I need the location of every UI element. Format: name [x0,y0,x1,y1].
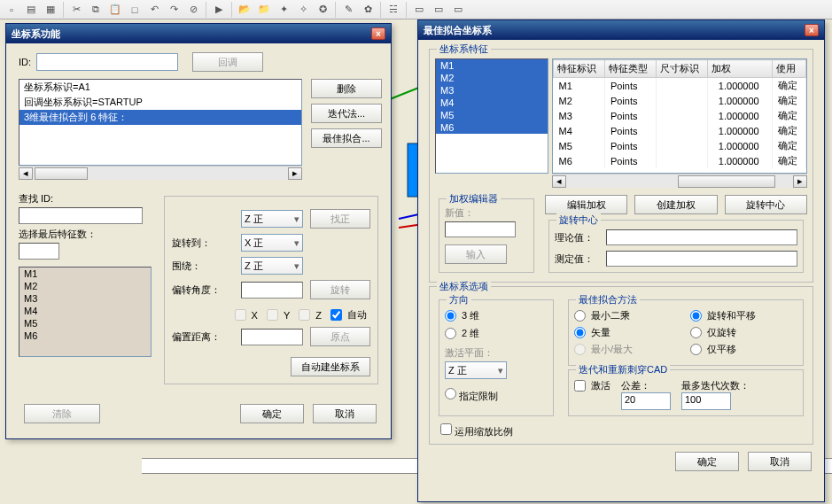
tb-t1-icon[interactable]: ✦ [275,2,292,18]
titlebar[interactable]: 最佳拟合坐标系 × [418,20,824,40]
col-featid[interactable]: 特征标识 [554,60,605,78]
origin-button[interactable]: 原点 [310,327,370,346]
cb-y[interactable]: Y [267,309,290,321]
list-item[interactable]: M6 [436,121,548,134]
axis1-select[interactable]: Z 正 [241,210,303,228]
bestfit-button[interactable]: 最佳拟合... [311,128,382,148]
list-item[interactable]: M6 [19,330,151,342]
delete-button[interactable]: 删除 [311,79,382,98]
find-id-input[interactable] [19,207,143,224]
radio-2d[interactable]: 2 维 [445,327,479,340]
list-item[interactable]: M1 [436,59,548,72]
tb-stop-icon[interactable]: ⊘ [184,2,202,18]
scroll-left-icon[interactable]: ◂ [19,167,33,180]
list-item[interactable]: M2 [19,280,151,292]
recall-button[interactable]: 回调 [192,52,263,72]
tb-new-icon[interactable]: ▫ [3,2,20,18]
tb-cut-icon[interactable]: ✂ [67,2,85,18]
list-item[interactable]: M5 [19,317,151,330]
cancel-button[interactable]: 取消 [748,452,812,471]
feature-picklist[interactable]: M1 M2 M3 M4 M5 M6 [19,267,152,357]
tb-prop-icon[interactable]: ☵ [385,2,402,18]
list-item[interactable]: M4 [19,305,151,317]
close-icon[interactable]: × [805,24,819,36]
scroll-right-icon[interactable]: ▸ [288,167,302,180]
clear-button[interactable]: 清除 [24,404,100,423]
col-weight[interactable]: 加权 [707,60,772,78]
radio-speclimit[interactable]: 指定限制 [445,388,548,403]
feature-table[interactable]: 特征标识 特征类型 尺寸标识 加权 使用 M1Points1.000000确定 … [552,58,807,174]
tb-run-icon[interactable]: ▶ [210,2,228,18]
table-h-scrollbar[interactable]: ◂ ▸ [552,174,807,188]
list-item[interactable]: M4 [436,97,548,109]
rotate-to-select[interactable]: X 正 [241,234,303,252]
create-weight-button[interactable]: 创建加权 [634,195,717,214]
col-use[interactable]: 使用 [772,60,805,78]
newval-input[interactable] [445,221,516,237]
id-input[interactable] [36,53,178,71]
radio-lsq[interactable]: 最小二乘 [574,309,681,322]
tb-open-icon[interactable]: 📂 [236,2,253,18]
radio-3d[interactable]: 3 维 [445,309,479,322]
iterate-button[interactable]: 迭代法... [311,104,382,123]
offset-dist-input[interactable] [241,329,303,345]
cb-activate[interactable]: 激活 [574,379,610,392]
tb-undo-icon[interactable]: ↶ [145,2,163,18]
meas-input[interactable] [606,251,797,267]
tb-paste-icon[interactable]: 📋 [106,2,124,18]
radio-minmax[interactable]: 最小/最大 [574,343,681,356]
radio-rotonly[interactable]: 仅旋转 [690,326,797,339]
activeplane-select[interactable]: Z 正 [445,361,507,379]
tb-ext-icon[interactable]: □ [126,2,144,18]
list-item[interactable]: M3 [19,292,151,305]
ok-button[interactable]: 确定 [240,404,304,423]
tb-w3-icon[interactable]: ▭ [449,2,467,18]
tb-w2-icon[interactable]: ▭ [430,2,447,18]
tb-t2-icon[interactable]: ✧ [294,2,312,18]
scroll-thumb[interactable] [35,167,88,180]
rotate-button[interactable]: 旋转 [310,280,370,299]
lines-listbox[interactable]: 坐标系标识=A1 回调坐标系标识=STARTUP 3维最佳拟合到 6 特征： [19,79,302,166]
maxiter-input[interactable]: 100 [681,392,731,410]
scroll-left-icon[interactable]: ◂ [552,175,566,188]
ok-button[interactable]: 确定 [675,452,739,471]
input-button[interactable]: 输入 [445,244,507,264]
titlebar[interactable]: 坐标系功能 × [6,24,391,43]
tb-edit-icon[interactable]: ✎ [339,2,357,18]
edit-weight-button[interactable]: 编辑加权 [545,195,627,214]
tb-redo-icon[interactable]: ↷ [165,2,183,18]
col-feattype[interactable]: 特征类型 [604,60,656,78]
scroll-right-icon[interactable]: ▸ [793,175,807,188]
rot-center-button[interactable]: 旋转中心 [725,195,807,214]
cb-auto[interactable]: 自动 [330,308,367,322]
scroll-thumb[interactable] [678,175,775,188]
offset-angle-input[interactable] [241,282,303,299]
list-item[interactable]: M5 [436,109,548,121]
tb-t3-icon[interactable]: ✪ [314,2,331,18]
cb-z[interactable]: Z [299,309,322,321]
list-item[interactable]: M1 [19,268,151,280]
last-feat-input[interactable] [19,243,59,260]
around-select[interactable]: Z 正 [241,257,303,275]
radio-rottrans[interactable]: 旋转和平移 [690,309,797,322]
tb-open2-icon[interactable]: 📁 [255,2,273,18]
cb-usescale[interactable]: 运用缩放比例 [440,423,513,438]
tol-input[interactable]: 20 [621,392,671,410]
col-dimid[interactable]: 尺寸标识 [656,60,707,78]
list-item[interactable]: M2 [436,72,548,84]
list-item[interactable]: M3 [436,84,548,97]
tb-w1-icon[interactable]: ▭ [410,2,428,18]
tb-save-icon[interactable]: ▦ [42,2,59,18]
radio-vec[interactable]: 矢量 [574,326,681,339]
tb-copy-icon[interactable]: ⧉ [87,2,105,18]
find-button[interactable]: 找正 [310,209,370,229]
radio-transonly[interactable]: 仅平移 [690,343,797,356]
cancel-button[interactable]: 取消 [313,404,377,423]
theo-input[interactable] [606,229,797,245]
feature-select-list[interactable]: M1 M2 M3 M4 M5 M6 [435,58,548,174]
cb-x[interactable]: X [235,309,258,321]
h-scrollbar[interactable]: ◂ ▸ [19,166,302,180]
tb-stamp-icon[interactable]: ✿ [359,2,377,18]
tb-doc-icon[interactable]: ▤ [22,2,40,18]
auto-cs-button[interactable]: 自动建坐标系 [291,357,370,376]
